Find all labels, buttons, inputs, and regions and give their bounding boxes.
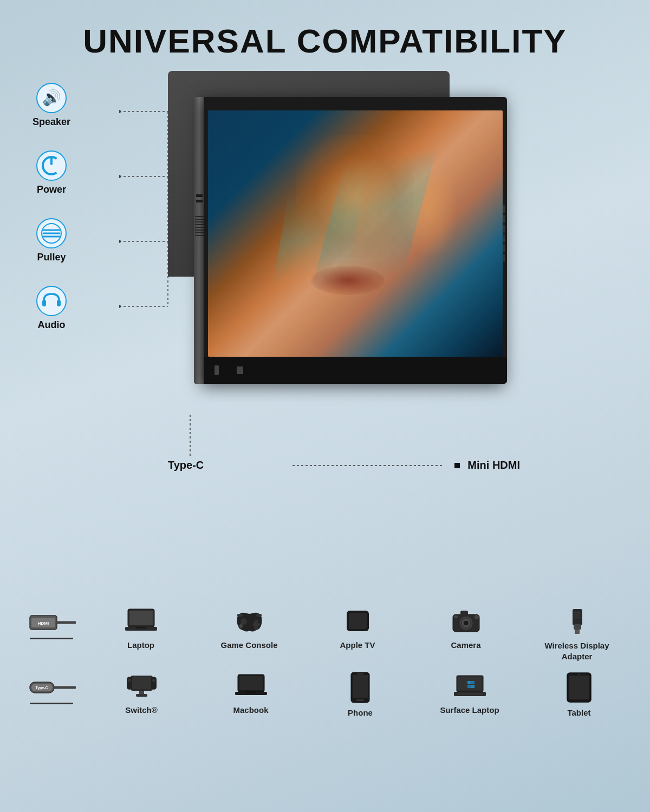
- feature-audio: Audio: [32, 285, 70, 331]
- game-console-label: Game Console: [220, 640, 277, 650]
- feature-power: Power: [32, 149, 70, 195]
- speaker-icon: 🔊: [35, 82, 68, 114]
- surface-label: Surface Laptop: [440, 705, 499, 715]
- svg-point-39: [256, 623, 259, 627]
- svg-rect-69: [136, 694, 147, 697]
- svg-rect-71: [239, 676, 263, 690]
- macbook-label: Macbook: [233, 705, 268, 715]
- svg-point-18: [119, 240, 121, 243]
- game-console-icon: [232, 606, 267, 636]
- device-macbook: Macbook: [218, 671, 283, 715]
- typec-line-up: [190, 415, 191, 458]
- typec-cable-icon: Type-C: [16, 671, 87, 704]
- svg-rect-36: [238, 625, 243, 627]
- surface-icon: [452, 671, 487, 701]
- monitor-side-edge: [194, 97, 205, 384]
- svg-rect-83: [471, 685, 474, 688]
- svg-rect-81: [471, 681, 474, 684]
- svg-text:Type-C: Type-C: [35, 686, 48, 690]
- feature-labels: 🔊 Speaker Power: [32, 82, 70, 331]
- svg-rect-12: [57, 300, 61, 306]
- svg-rect-31: [129, 611, 153, 625]
- typec-cable-svg: Type-C: [27, 674, 76, 701]
- speaker-label: Speaker: [32, 116, 70, 128]
- hdmi-cable-svg: HDMI: [27, 609, 76, 636]
- power-label: Power: [37, 184, 66, 195]
- svg-point-20: [119, 305, 121, 308]
- feature-speaker: 🔊 Speaker: [32, 82, 70, 128]
- device-game-console: Game Console: [217, 606, 282, 650]
- monitor-graphic: Type-C Mini HDMI: [152, 66, 531, 455]
- typec-cable-line: [30, 703, 73, 704]
- device-apple-tv: Apple TV: [325, 606, 390, 650]
- compat-row-hdmi: HDMI Laptop: [16, 606, 634, 662]
- devices-row-2: Switch® Macbook: [87, 671, 634, 717]
- svg-rect-50: [460, 611, 468, 615]
- typec-text: Type-C: [168, 459, 204, 472]
- type-c-label: Type-C: [168, 459, 204, 472]
- svg-rect-75: [353, 675, 368, 698]
- svg-point-48: [464, 621, 468, 625]
- svg-rect-64: [127, 677, 132, 690]
- svg-point-2: [37, 151, 66, 180]
- svg-rect-41: [237, 614, 243, 617]
- monitor-front: [204, 97, 507, 384]
- svg-rect-84: [454, 692, 486, 696]
- svg-rect-11: [42, 300, 46, 306]
- laptop-icon: [123, 606, 159, 636]
- camera-icon: [448, 606, 484, 636]
- monitor-bottom-bar: [204, 357, 507, 384]
- device-tablet: Tablet: [547, 671, 612, 717]
- svg-point-37: [254, 620, 258, 624]
- device-wireless-display: Wireless DisplayAdapter: [542, 606, 612, 662]
- device-camera: Camera: [433, 606, 498, 650]
- laptop-label: Laptop: [127, 640, 154, 650]
- svg-point-40: [254, 626, 258, 630]
- svg-rect-80: [467, 681, 471, 684]
- audio-icon: [35, 285, 68, 317]
- mini-hdmi-label: Mini HDMI: [454, 459, 520, 472]
- power-icon: [35, 149, 68, 182]
- phone-label: Phone: [348, 708, 373, 717]
- pulley-label: Pulley: [37, 252, 66, 263]
- pulley-icon: [35, 217, 68, 250]
- svg-text:🔊: 🔊: [42, 89, 61, 107]
- camera-label: Camera: [451, 640, 480, 650]
- svg-point-67: [152, 679, 155, 682]
- svg-rect-42: [256, 614, 262, 617]
- svg-point-10: [37, 286, 66, 316]
- svg-point-14: [119, 110, 121, 113]
- svg-rect-53: [574, 624, 581, 630]
- device-switch: Switch®: [109, 671, 174, 715]
- hdmi-dot: [454, 463, 460, 468]
- svg-rect-66: [151, 677, 157, 690]
- svg-rect-63: [132, 677, 151, 689]
- svg-point-16: [119, 175, 121, 178]
- svg-rect-76: [356, 699, 364, 701]
- wireless-adapter-icon: [560, 606, 595, 636]
- svg-rect-33: [136, 627, 146, 628]
- compat-row-typec: Type-C: [16, 671, 634, 717]
- svg-point-34: [240, 618, 247, 625]
- switch-icon: [124, 671, 159, 701]
- page-title: UNIVERSAL COMPATIBILITY: [0, 0, 650, 60]
- apple-tv-icon: [340, 606, 375, 636]
- svg-rect-77: [357, 673, 363, 675]
- hdmi-cable-line: [30, 638, 73, 639]
- phone-icon: [349, 671, 371, 704]
- svg-point-65: [128, 679, 131, 682]
- device-laptop: Laptop: [108, 606, 173, 650]
- monitor-vents: [503, 205, 505, 262]
- tablet-icon: [566, 671, 593, 704]
- macbook-icon: [233, 671, 269, 701]
- svg-rect-44: [349, 613, 367, 629]
- svg-rect-82: [467, 685, 471, 688]
- device-surface: Surface Laptop: [437, 671, 502, 715]
- devices-row-1: Laptop: [87, 606, 634, 662]
- svg-rect-49: [454, 615, 458, 618]
- svg-point-90: [578, 673, 580, 675]
- hdmi-line: [292, 465, 444, 466]
- monitor-section: 🔊 Speaker Power: [0, 66, 650, 472]
- tablet-label: Tablet: [567, 708, 590, 717]
- apple-tv-label: Apple TV: [340, 640, 375, 650]
